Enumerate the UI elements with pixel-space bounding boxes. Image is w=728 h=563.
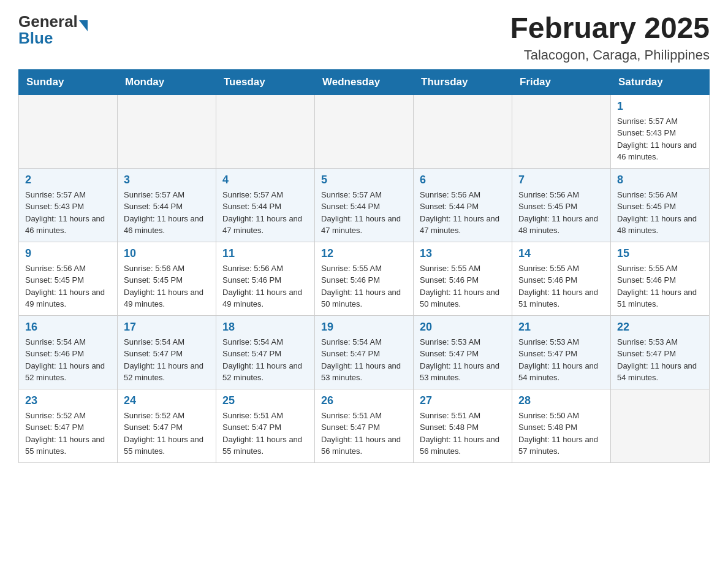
calendar-cell: 24Sunrise: 5:52 AMSunset: 5:47 PMDayligh… [118, 389, 216, 462]
page-header: General Blue February 2025 Talacogon, Ca… [18, 12, 710, 63]
calendar-title-block: February 2025 Talacogon, Caraga, Philipp… [510, 12, 710, 63]
day-info: Sunrise: 5:51 AMSunset: 5:47 PMDaylight:… [222, 411, 302, 456]
calendar-cell: 27Sunrise: 5:51 AMSunset: 5:48 PMDayligh… [414, 389, 512, 462]
day-number: 23 [25, 394, 111, 407]
calendar-cell: 2Sunrise: 5:57 AMSunset: 5:43 PMDaylight… [19, 168, 118, 242]
day-info: Sunrise: 5:56 AMSunset: 5:44 PMDaylight:… [420, 190, 499, 236]
calendar-cell: 14Sunrise: 5:55 AMSunset: 5:46 PMDayligh… [512, 242, 611, 315]
calendar-header-sunday: Sunday [19, 69, 118, 94]
day-info: Sunrise: 5:55 AMSunset: 5:46 PMDaylight:… [617, 264, 697, 309]
calendar-cell: 25Sunrise: 5:51 AMSunset: 5:47 PMDayligh… [216, 389, 315, 462]
calendar-cell: 12Sunrise: 5:55 AMSunset: 5:46 PMDayligh… [315, 242, 414, 315]
day-number: 4 [222, 174, 308, 186]
day-info: Sunrise: 5:54 AMSunset: 5:47 PMDaylight:… [124, 337, 203, 383]
day-number: 16 [25, 321, 111, 334]
day-number: 22 [617, 321, 703, 334]
day-number: 7 [518, 174, 604, 186]
calendar-header-monday: Monday [118, 69, 216, 94]
calendar-cell: 16Sunrise: 5:54 AMSunset: 5:46 PMDayligh… [19, 315, 118, 389]
day-number: 10 [124, 247, 210, 260]
day-info: Sunrise: 5:57 AMSunset: 5:43 PMDaylight:… [25, 190, 105, 236]
day-info: Sunrise: 5:57 AMSunset: 5:43 PMDaylight:… [617, 117, 697, 162]
calendar-cell [611, 389, 710, 462]
calendar-header-wednesday: Wednesday [315, 69, 414, 94]
calendar-cell: 21Sunrise: 5:53 AMSunset: 5:47 PMDayligh… [512, 315, 611, 389]
calendar-cell: 8Sunrise: 5:56 AMSunset: 5:45 PMDaylight… [611, 168, 710, 242]
day-number: 26 [321, 394, 407, 407]
day-info: Sunrise: 5:53 AMSunset: 5:47 PMDaylight:… [617, 337, 697, 383]
calendar-cell: 6Sunrise: 5:56 AMSunset: 5:44 PMDaylight… [414, 168, 512, 242]
day-info: Sunrise: 5:52 AMSunset: 5:47 PMDaylight:… [124, 411, 203, 456]
day-number: 5 [321, 174, 407, 186]
calendar-cell: 13Sunrise: 5:55 AMSunset: 5:46 PMDayligh… [414, 242, 512, 315]
calendar-subtitle: Talacogon, Caraga, Philippines [510, 47, 710, 63]
day-info: Sunrise: 5:54 AMSunset: 5:47 PMDaylight:… [321, 337, 401, 383]
calendar-cell: 4Sunrise: 5:57 AMSunset: 5:44 PMDaylight… [216, 168, 315, 242]
day-number: 11 [222, 247, 308, 260]
calendar-cell: 3Sunrise: 5:57 AMSunset: 5:44 PMDaylight… [118, 168, 216, 242]
calendar-cell: 9Sunrise: 5:56 AMSunset: 5:45 PMDaylight… [19, 242, 118, 315]
day-info: Sunrise: 5:55 AMSunset: 5:46 PMDaylight:… [420, 264, 499, 309]
calendar-cell: 5Sunrise: 5:57 AMSunset: 5:44 PMDaylight… [315, 168, 414, 242]
calendar-cell: 23Sunrise: 5:52 AMSunset: 5:47 PMDayligh… [19, 389, 118, 462]
day-number: 28 [518, 394, 604, 407]
calendar-cell: 11Sunrise: 5:56 AMSunset: 5:46 PMDayligh… [216, 242, 315, 315]
day-number: 2 [25, 174, 111, 186]
calendar-header-thursday: Thursday [414, 69, 512, 94]
day-info: Sunrise: 5:56 AMSunset: 5:45 PMDaylight:… [518, 190, 598, 236]
day-number: 24 [124, 394, 210, 407]
calendar-cell: 28Sunrise: 5:50 AMSunset: 5:48 PMDayligh… [512, 389, 611, 462]
day-number: 17 [124, 321, 210, 334]
day-info: Sunrise: 5:53 AMSunset: 5:47 PMDaylight:… [518, 337, 598, 383]
day-info: Sunrise: 5:51 AMSunset: 5:47 PMDaylight:… [321, 411, 401, 456]
calendar-cell: 26Sunrise: 5:51 AMSunset: 5:47 PMDayligh… [315, 389, 414, 462]
day-number: 18 [222, 321, 308, 334]
calendar-cell [118, 94, 216, 168]
calendar-cell: 18Sunrise: 5:54 AMSunset: 5:47 PMDayligh… [216, 315, 315, 389]
calendar-week-row: 2Sunrise: 5:57 AMSunset: 5:43 PMDaylight… [19, 168, 710, 242]
day-number: 9 [25, 247, 111, 260]
calendar-cell [512, 94, 611, 168]
day-number: 1 [617, 100, 703, 113]
day-number: 13 [420, 247, 506, 260]
calendar-cell: 22Sunrise: 5:53 AMSunset: 5:47 PMDayligh… [611, 315, 710, 389]
calendar-week-row: 9Sunrise: 5:56 AMSunset: 5:45 PMDaylight… [19, 242, 710, 315]
calendar-header-saturday: Saturday [611, 69, 710, 94]
day-info: Sunrise: 5:50 AMSunset: 5:48 PMDaylight:… [518, 411, 598, 456]
day-info: Sunrise: 5:55 AMSunset: 5:46 PMDaylight:… [518, 264, 598, 309]
day-info: Sunrise: 5:56 AMSunset: 5:45 PMDaylight:… [124, 264, 203, 309]
calendar-cell [216, 94, 315, 168]
calendar-cell [315, 94, 414, 168]
day-info: Sunrise: 5:56 AMSunset: 5:45 PMDaylight:… [617, 190, 697, 236]
calendar-cell: 17Sunrise: 5:54 AMSunset: 5:47 PMDayligh… [118, 315, 216, 389]
day-info: Sunrise: 5:56 AMSunset: 5:45 PMDaylight:… [25, 264, 105, 309]
day-info: Sunrise: 5:56 AMSunset: 5:46 PMDaylight:… [222, 264, 302, 309]
calendar-cell: 19Sunrise: 5:54 AMSunset: 5:47 PMDayligh… [315, 315, 414, 389]
calendar-week-row: 1Sunrise: 5:57 AMSunset: 5:43 PMDaylight… [19, 94, 710, 168]
day-number: 15 [617, 247, 703, 260]
day-number: 8 [617, 174, 703, 186]
day-number: 25 [222, 394, 308, 407]
logo: General Blue [18, 12, 88, 48]
calendar-header-row: SundayMondayTuesdayWednesdayThursdayFrid… [19, 69, 710, 94]
day-number: 14 [518, 247, 604, 260]
calendar-title: February 2025 [510, 12, 710, 45]
day-number: 27 [420, 394, 506, 407]
day-info: Sunrise: 5:51 AMSunset: 5:48 PMDaylight:… [420, 411, 499, 456]
calendar-week-row: 23Sunrise: 5:52 AMSunset: 5:47 PMDayligh… [19, 389, 710, 462]
day-info: Sunrise: 5:57 AMSunset: 5:44 PMDaylight:… [222, 190, 302, 236]
day-info: Sunrise: 5:57 AMSunset: 5:44 PMDaylight:… [124, 190, 203, 236]
calendar-cell [19, 94, 118, 168]
calendar-cell [414, 94, 512, 168]
day-number: 6 [420, 174, 506, 186]
day-number: 19 [321, 321, 407, 334]
calendar-cell: 7Sunrise: 5:56 AMSunset: 5:45 PMDaylight… [512, 168, 611, 242]
calendar-cell: 15Sunrise: 5:55 AMSunset: 5:46 PMDayligh… [611, 242, 710, 315]
calendar-header-friday: Friday [512, 69, 611, 94]
day-info: Sunrise: 5:53 AMSunset: 5:47 PMDaylight:… [420, 337, 499, 383]
day-number: 12 [321, 247, 407, 260]
day-info: Sunrise: 5:54 AMSunset: 5:47 PMDaylight:… [222, 337, 302, 383]
calendar-table: SundayMondayTuesdayWednesdayThursdayFrid… [18, 69, 710, 463]
day-info: Sunrise: 5:57 AMSunset: 5:44 PMDaylight:… [321, 190, 401, 236]
day-info: Sunrise: 5:54 AMSunset: 5:46 PMDaylight:… [25, 337, 105, 383]
